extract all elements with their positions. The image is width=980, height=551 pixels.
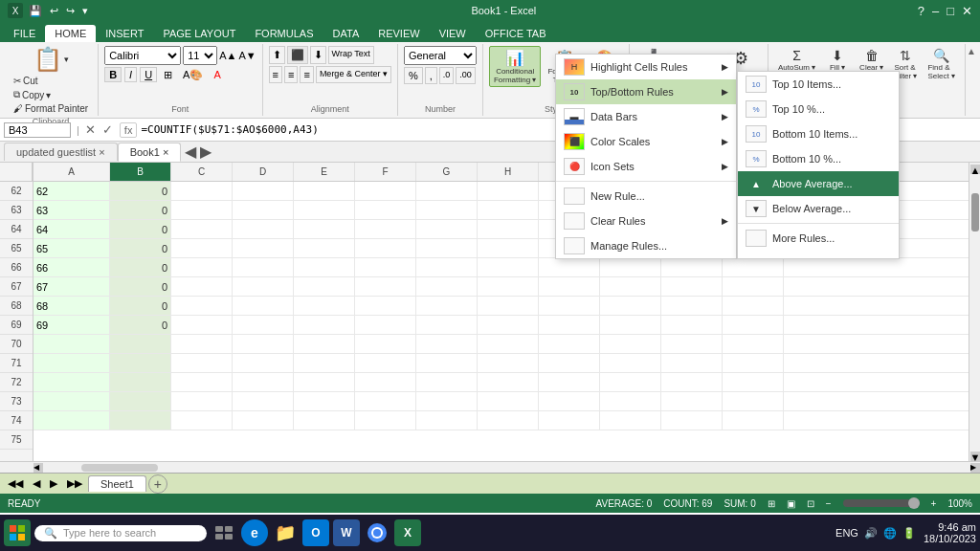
speakers-icon[interactable]: 🔊 [864,527,878,540]
cell-f71[interactable] [355,354,416,372]
cell-f72[interactable] [355,373,416,391]
scroll-tab-right[interactable]: ▶▶ [63,475,86,492]
cell-l74[interactable] [723,411,784,430]
cell-k69[interactable] [661,316,723,334]
row-header-66[interactable]: 66 [0,258,33,277]
italic-button[interactable]: I [124,67,137,82]
col-header-a[interactable]: A [33,163,110,181]
cell-g66[interactable] [416,258,478,276]
cell-j69[interactable] [600,316,661,334]
submenu-item-top10pct[interactable]: % Top 10 %... [738,97,899,121]
cell-k68[interactable] [661,297,723,315]
cell-a62[interactable]: 62 [33,182,110,200]
cell-e74[interactable] [294,411,355,430]
cell-g64[interactable] [416,220,478,238]
scroll-tab-next[interactable]: ▶ [46,475,61,492]
cell-c64[interactable] [171,220,233,238]
cell-c68[interactable] [171,297,233,315]
cell-g68[interactable] [416,297,478,315]
col-header-g[interactable]: G [416,163,478,181]
submenu-item-bottom10pct[interactable]: % Bottom 10 %... [738,146,899,171]
cell-a68[interactable]: 68 [33,297,110,315]
row-header-65[interactable]: 65 [0,239,33,258]
undo-button[interactable]: ↩ [48,5,60,17]
submenu-item-bottom10items[interactable]: 10 Bottom 10 Items... [738,121,899,146]
cell-d72[interactable] [233,373,294,391]
cell-k71[interactable] [661,354,723,372]
cell-l71[interactable] [723,354,784,372]
cell-h67[interactable] [478,277,539,296]
scroll-tab-left[interactable]: ◀◀ [4,475,27,492]
row-header-69[interactable]: 69 [0,316,33,335]
tab-data[interactable]: DATA [323,25,369,42]
tab-formulas[interactable]: FORMULAS [245,25,323,42]
cell-a66[interactable]: 66 [33,258,110,276]
submenu-item-more-rules[interactable]: More Rules... [738,226,899,251]
confirm-formula[interactable]: ✓ [102,122,113,137]
tab-office-tab[interactable]: OFFICE TAB [476,25,556,42]
cell-e64[interactable] [294,220,355,238]
col-header-b[interactable]: B [110,163,171,181]
workbook-tab-guestlist[interactable]: updated guestlist × [4,143,118,161]
cell-b72[interactable] [110,373,171,391]
horizontal-scrollbar[interactable]: ◀ ▶ [0,461,980,473]
tab-insert[interactable]: INSERT [96,25,153,42]
cell-h64[interactable] [478,220,539,238]
cell-k66[interactable] [661,258,723,276]
cell-e67[interactable] [294,277,355,296]
cell-e73[interactable] [294,392,355,410]
cell-k70[interactable] [661,335,723,353]
cell-i74[interactable] [539,411,600,430]
cell-h69[interactable] [478,316,539,334]
align-center[interactable]: ≡ [284,66,298,83]
cell-h65[interactable] [478,239,539,257]
cell-l70[interactable] [723,335,784,353]
cell-j70[interactable] [600,335,661,353]
number-format-select[interactable]: General [404,46,477,65]
cell-d65[interactable] [233,239,294,257]
row-header-63[interactable]: 63 [0,201,33,220]
row-header-75[interactable]: 75 [0,430,33,450]
insert-function[interactable]: fx [120,122,138,138]
conditional-formatting-button[interactable]: 📊 ConditionalFormatting ▾ [489,46,541,87]
menu-item-clear-rules[interactable]: Clear Rules ▶ [556,209,736,233]
cell-a69[interactable]: 69 [33,316,110,334]
cell-a70[interactable] [33,335,110,353]
cell-c65[interactable] [171,239,233,257]
cell-c73[interactable] [171,392,233,410]
cell-l73[interactable] [723,392,784,410]
cell-b67[interactable]: 0 [110,277,171,296]
cell-c67[interactable] [171,277,233,296]
cell-b70[interactable] [110,335,171,353]
cell-h71[interactable] [478,354,539,372]
cell-a74[interactable] [33,411,110,430]
cell-g67[interactable] [416,277,478,296]
cell-b69[interactable]: 0 [110,316,171,334]
align-right[interactable]: ≡ [300,66,313,83]
cell-e65[interactable] [294,239,355,257]
cell-f65[interactable] [355,239,416,257]
cell-k72[interactable] [661,373,723,391]
cell-a64[interactable]: 64 [33,220,110,238]
cell-c70[interactable] [171,335,233,353]
cell-c71[interactable] [171,354,233,372]
tab-review[interactable]: REVIEW [368,25,429,42]
col-header-f[interactable]: F [355,163,416,181]
cell-c66[interactable] [171,258,233,276]
cell-d74[interactable] [233,411,294,430]
bold-button[interactable]: B [104,67,122,82]
view-layout-icon[interactable]: ▣ [787,498,795,509]
cell-i69[interactable] [539,316,600,334]
add-sheet-button[interactable]: + [148,474,167,494]
cell-b73[interactable] [110,392,171,410]
paste-button[interactable]: 📋 ▾ [28,46,75,73]
cell-i67[interactable] [539,277,600,296]
increase-font-size[interactable]: A▲ [219,50,236,61]
start-button[interactable] [4,519,31,546]
cell-b64[interactable]: 0 [110,220,171,238]
cell-e62[interactable] [294,182,355,200]
cell-h66[interactable] [478,258,539,276]
cell-k73[interactable] [661,392,723,410]
format-painter-button[interactable]: 🖌 Format Painter [10,102,92,115]
save-button[interactable]: 💾 [27,5,44,17]
